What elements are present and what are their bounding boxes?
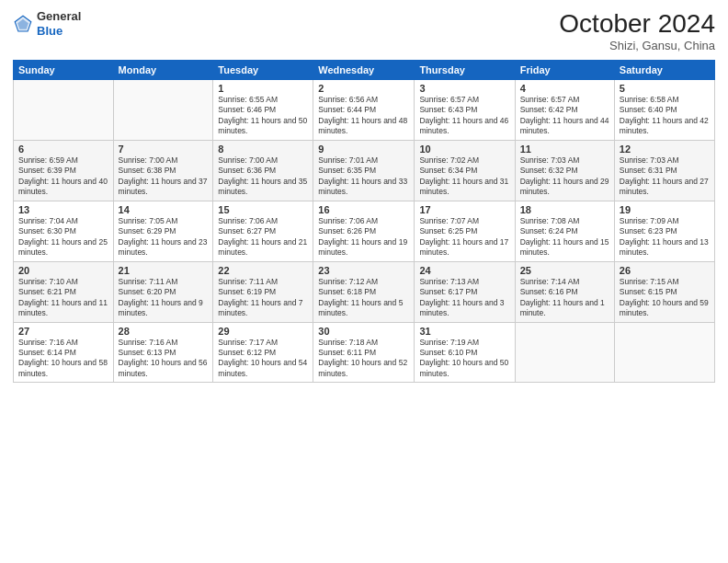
day-number: 20 [18, 265, 108, 276]
calendar-day-cell: 12Sunrise: 7:03 AMSunset: 6:31 PMDayligh… [614, 140, 714, 201]
day-info: Sunrise: 6:58 AMSunset: 6:40 PMDaylight:… [620, 95, 710, 137]
day-number: 19 [620, 204, 710, 215]
day-info: Sunrise: 7:07 AMSunset: 6:25 PMDaylight:… [419, 216, 509, 259]
day-number: 13 [18, 204, 108, 215]
day-number: 10 [419, 144, 509, 155]
calendar-day-cell: 23Sunrise: 7:12 AMSunset: 6:18 PMDayligh… [313, 261, 415, 322]
weekday-header: Wednesday [313, 61, 415, 80]
calendar-day-cell [113, 80, 213, 141]
calendar-day-cell: 24Sunrise: 7:13 AMSunset: 6:17 PMDayligh… [415, 261, 515, 322]
calendar-day-cell: 3Sunrise: 6:57 AMSunset: 6:43 PMDaylight… [415, 80, 515, 141]
calendar-day-cell [614, 322, 714, 383]
header-row: SundayMondayTuesdayWednesdayThursdayFrid… [14, 61, 715, 80]
calendar-day-cell: 13Sunrise: 7:04 AMSunset: 6:30 PMDayligh… [14, 201, 114, 261]
weekday-header: Tuesday [213, 61, 313, 80]
day-number: 29 [218, 326, 308, 337]
calendar-day-cell: 8Sunrise: 7:00 AMSunset: 6:36 PMDaylight… [213, 140, 313, 201]
calendar-day-cell: 2Sunrise: 6:56 AMSunset: 6:44 PMDaylight… [313, 80, 415, 141]
day-number: 16 [318, 204, 409, 215]
weekday-header: Saturday [614, 61, 714, 80]
day-number: 26 [620, 265, 710, 276]
day-info: Sunrise: 7:03 AMSunset: 6:32 PMDaylight:… [520, 155, 609, 198]
weekday-header: Thursday [415, 61, 515, 80]
day-info: Sunrise: 7:06 AMSunset: 6:27 PMDaylight:… [218, 216, 308, 259]
logo-icon [13, 14, 33, 34]
day-info: Sunrise: 7:13 AMSunset: 6:17 PMDaylight:… [419, 277, 509, 319]
day-number: 5 [620, 83, 710, 94]
weekday-header: Friday [515, 61, 614, 80]
day-number: 27 [18, 326, 108, 337]
day-number: 3 [419, 83, 509, 94]
day-number: 31 [419, 326, 509, 337]
day-info: Sunrise: 7:09 AMSunset: 6:23 PMDaylight:… [620, 216, 710, 259]
day-info: Sunrise: 7:04 AMSunset: 6:30 PMDaylight:… [18, 216, 108, 259]
day-number: 9 [318, 144, 409, 155]
calendar-day-cell: 6Sunrise: 6:59 AMSunset: 6:39 PMDaylight… [14, 140, 114, 201]
day-number: 14 [119, 204, 209, 215]
day-number: 6 [18, 144, 108, 155]
calendar-day-cell: 18Sunrise: 7:08 AMSunset: 6:24 PMDayligh… [515, 201, 614, 261]
day-info: Sunrise: 7:15 AMSunset: 6:15 PMDaylight:… [620, 277, 710, 319]
calendar-week-row: 13Sunrise: 7:04 AMSunset: 6:30 PMDayligh… [14, 201, 715, 261]
calendar-day-cell: 30Sunrise: 7:18 AMSunset: 6:11 PMDayligh… [313, 322, 415, 383]
day-info: Sunrise: 7:11 AMSunset: 6:19 PMDaylight:… [218, 277, 308, 319]
calendar-day-cell: 10Sunrise: 7:02 AMSunset: 6:34 PMDayligh… [415, 140, 515, 201]
calendar-day-cell: 29Sunrise: 7:17 AMSunset: 6:12 PMDayligh… [213, 322, 313, 383]
day-info: Sunrise: 7:10 AMSunset: 6:21 PMDaylight:… [18, 277, 108, 319]
day-number: 28 [119, 326, 209, 337]
day-number: 23 [318, 265, 409, 276]
day-number: 7 [119, 144, 209, 155]
calendar-day-cell: 27Sunrise: 7:16 AMSunset: 6:14 PMDayligh… [14, 322, 114, 383]
calendar-day-cell: 9Sunrise: 7:01 AMSunset: 6:35 PMDaylight… [313, 140, 415, 201]
day-info: Sunrise: 7:02 AMSunset: 6:34 PMDaylight:… [419, 155, 509, 198]
day-info: Sunrise: 7:17 AMSunset: 6:12 PMDaylight:… [218, 338, 308, 380]
day-info: Sunrise: 7:05 AMSunset: 6:29 PMDaylight:… [119, 216, 209, 259]
calendar-week-row: 1Sunrise: 6:55 AMSunset: 6:46 PMDaylight… [14, 80, 715, 141]
logo-blue: Blue [37, 24, 63, 38]
calendar-week-row: 6Sunrise: 6:59 AMSunset: 6:39 PMDaylight… [14, 140, 715, 201]
calendar-day-cell: 20Sunrise: 7:10 AMSunset: 6:21 PMDayligh… [14, 261, 114, 322]
calendar-day-cell: 25Sunrise: 7:14 AMSunset: 6:16 PMDayligh… [515, 261, 614, 322]
logo: General Blue [13, 9, 81, 38]
calendar-day-cell: 16Sunrise: 7:06 AMSunset: 6:26 PMDayligh… [313, 201, 415, 261]
location: Shizi, Gansu, China [559, 39, 715, 52]
calendar-day-cell: 7Sunrise: 7:00 AMSunset: 6:38 PMDaylight… [113, 140, 213, 201]
calendar-day-cell: 17Sunrise: 7:07 AMSunset: 6:25 PMDayligh… [415, 201, 515, 261]
day-number: 1 [218, 83, 308, 94]
day-info: Sunrise: 7:01 AMSunset: 6:35 PMDaylight:… [318, 155, 409, 198]
logo-general: General [37, 9, 81, 23]
calendar-day-cell: 5Sunrise: 6:58 AMSunset: 6:40 PMDaylight… [614, 80, 714, 141]
calendar-week-row: 27Sunrise: 7:16 AMSunset: 6:14 PMDayligh… [14, 322, 715, 383]
day-info: Sunrise: 7:06 AMSunset: 6:26 PMDaylight:… [318, 216, 409, 259]
day-number: 18 [520, 204, 609, 215]
day-number: 12 [620, 144, 710, 155]
calendar-day-cell [515, 322, 614, 383]
day-info: Sunrise: 7:00 AMSunset: 6:38 PMDaylight:… [119, 155, 209, 198]
calendar-table: SundayMondayTuesdayWednesdayThursdayFrid… [13, 60, 715, 383]
calendar-day-cell: 21Sunrise: 7:11 AMSunset: 6:20 PMDayligh… [113, 261, 213, 322]
calendar-day-cell: 31Sunrise: 7:19 AMSunset: 6:10 PMDayligh… [415, 322, 515, 383]
day-info: Sunrise: 6:55 AMSunset: 6:46 PMDaylight:… [218, 95, 308, 137]
day-info: Sunrise: 6:56 AMSunset: 6:44 PMDaylight:… [318, 95, 409, 137]
day-number: 11 [520, 144, 609, 155]
calendar-day-cell: 1Sunrise: 6:55 AMSunset: 6:46 PMDaylight… [213, 80, 313, 141]
weekday-header: Sunday [14, 61, 114, 80]
day-info: Sunrise: 7:16 AMSunset: 6:14 PMDaylight:… [18, 338, 108, 380]
month-title: October 2024 [559, 9, 715, 39]
calendar-day-cell: 26Sunrise: 7:15 AMSunset: 6:15 PMDayligh… [614, 261, 714, 322]
calendar-day-cell: 4Sunrise: 6:57 AMSunset: 6:42 PMDaylight… [515, 80, 614, 141]
title-block: October 2024 Shizi, Gansu, China [559, 9, 715, 52]
day-info: Sunrise: 6:57 AMSunset: 6:43 PMDaylight:… [419, 95, 509, 137]
calendar-day-cell: 19Sunrise: 7:09 AMSunset: 6:23 PMDayligh… [614, 201, 714, 261]
calendar-day-cell: 22Sunrise: 7:11 AMSunset: 6:19 PMDayligh… [213, 261, 313, 322]
day-info: Sunrise: 7:14 AMSunset: 6:16 PMDaylight:… [520, 277, 609, 319]
day-info: Sunrise: 7:16 AMSunset: 6:13 PMDaylight:… [119, 338, 209, 380]
day-number: 4 [520, 83, 609, 94]
page: General Blue October 2024 Shizi, Gansu, … [0, 0, 728, 563]
logo-text-block: General Blue [37, 9, 81, 38]
day-number: 25 [520, 265, 609, 276]
day-info: Sunrise: 7:11 AMSunset: 6:20 PMDaylight:… [119, 277, 209, 319]
day-info: Sunrise: 7:12 AMSunset: 6:18 PMDaylight:… [318, 277, 409, 319]
calendar-day-cell: 11Sunrise: 7:03 AMSunset: 6:32 PMDayligh… [515, 140, 614, 201]
calendar-day-cell: 28Sunrise: 7:16 AMSunset: 6:13 PMDayligh… [113, 322, 213, 383]
